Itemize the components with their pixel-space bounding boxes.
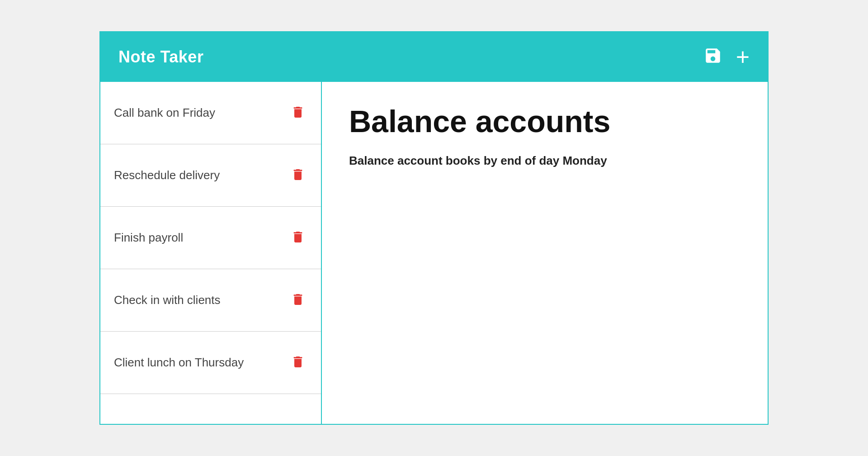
header-actions: + xyxy=(703,45,750,69)
trash-icon-3 xyxy=(291,229,305,245)
delete-button-3[interactable] xyxy=(288,227,307,249)
delete-button-1[interactable] xyxy=(288,102,307,124)
note-item-4[interactable]: Check in with clients xyxy=(100,269,321,332)
main-content: Call bank on Friday Reschedule delivery … xyxy=(100,82,768,424)
note-item-1[interactable]: Call bank on Friday xyxy=(100,82,321,144)
note-item-3[interactable]: Finish payroll xyxy=(100,207,321,269)
trash-icon-5 xyxy=(291,354,305,370)
save-button[interactable] xyxy=(703,46,722,68)
note-detail-title: Balance accounts xyxy=(349,104,741,138)
app-container: Note Taker + Call bank on Friday xyxy=(99,31,769,425)
app-title: Note Taker xyxy=(118,48,203,66)
note-title-3: Finish payroll xyxy=(114,231,183,245)
delete-button-5[interactable] xyxy=(288,352,307,374)
delete-button-4[interactable] xyxy=(288,289,307,311)
add-note-button[interactable]: + xyxy=(736,45,750,69)
note-item-2[interactable]: Reschedule delivery xyxy=(100,144,321,207)
note-item-empty xyxy=(100,394,321,424)
save-icon xyxy=(703,46,722,65)
note-item-5[interactable]: Client lunch on Thursday xyxy=(100,332,321,394)
trash-icon-1 xyxy=(291,104,305,120)
notes-sidebar: Call bank on Friday Reschedule delivery … xyxy=(100,82,322,424)
note-title-1: Call bank on Friday xyxy=(114,106,215,120)
trash-icon-4 xyxy=(291,291,305,308)
note-title-4: Check in with clients xyxy=(114,293,221,307)
trash-icon-2 xyxy=(291,166,305,183)
delete-button-2[interactable] xyxy=(288,164,307,186)
note-detail-panel: Balance accounts Balance account books b… xyxy=(322,82,768,424)
header: Note Taker + xyxy=(100,32,768,82)
note-detail-body: Balance account books by end of day Mond… xyxy=(349,152,741,170)
note-title-5: Client lunch on Thursday xyxy=(114,356,244,370)
note-title-2: Reschedule delivery xyxy=(114,168,220,182)
